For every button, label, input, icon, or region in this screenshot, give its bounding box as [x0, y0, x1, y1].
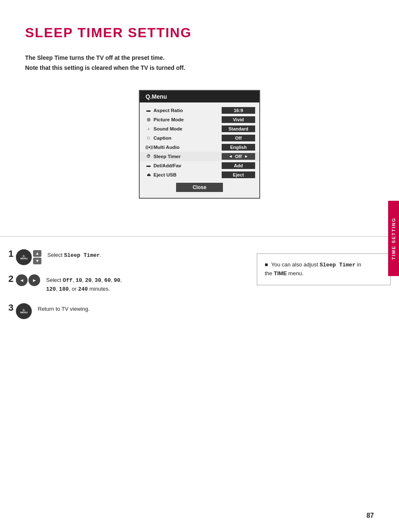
qmenu-value-del-add-fav: Add: [222, 162, 255, 169]
qmenu-value-picture-mode: Vivid: [222, 116, 255, 123]
sound-mode-icon: ♪: [146, 126, 151, 131]
left-nav-icon: ◄: [16, 274, 28, 286]
caption-icon: □: [146, 136, 151, 140]
picture-mode-icon: ◎: [146, 117, 151, 122]
qmenu-value-sound-mode: Standard: [222, 125, 255, 132]
sleep-timer-left-arrow[interactable]: ◄: [228, 154, 233, 159]
sidebar-text: TIME SETTING: [391, 217, 396, 260]
intro-text: The Sleep Time turns the TV off at the p…: [25, 53, 374, 73]
steps-left: 1 Q.MENU ▲ ▼ Select Sleep Timer.: [8, 249, 257, 329]
step-1-number-icon: 1 Q.MENU ▲ ▼: [8, 249, 41, 265]
down-arrow-icon: ▼: [33, 258, 41, 264]
qmenu-label-caption: □ Caption: [146, 136, 171, 141]
qmenu-close-button[interactable]: Close: [176, 183, 223, 192]
eject-usb-icon: ⏏: [146, 172, 151, 177]
sleep-timer-right-arrow[interactable]: ►: [244, 154, 248, 159]
up-arrow-icon: ▲: [33, 250, 41, 257]
qmenu-row-aspect-ratio[interactable]: ▬ Aspect Ratio 16:9: [140, 106, 259, 115]
multi-audio-icon: ((●)): [146, 145, 151, 149]
lr-nav-icon: ◄ ►: [16, 274, 40, 286]
qmenu-value-eject-usb: Eject: [222, 171, 255, 178]
qmenu-label-del-add-fav: ▬ Del/Add/Fav: [146, 163, 181, 168]
qmenu-label-aspect-ratio: ▬ Aspect Ratio: [146, 108, 183, 113]
step-2-icon: ◄ ►: [16, 274, 40, 286]
qmenu-body: ▬ Aspect Ratio 16:9 ◎ Picture Mode Vivid: [140, 102, 259, 198]
qmenu-container: Q.Menu ▬ Aspect Ratio 16:9 ◎ Picture Mod…: [25, 90, 374, 199]
steps-section: 1 Q.MENU ▲ ▼ Select Sleep Timer.: [0, 249, 399, 329]
section-divider: [0, 236, 399, 237]
qmenu-row-sound-mode[interactable]: ♪ Sound Mode Standard: [140, 124, 259, 133]
qmenu-row-sleep-timer[interactable]: ⏱ Sleep Timer ◄ Off ►: [140, 152, 259, 161]
step-3-number: 3: [8, 303, 13, 312]
qmenu-header: Q.Menu: [140, 91, 259, 102]
qmenu-label-picture-mode: ◎ Picture Mode: [146, 117, 184, 122]
qmenu-button-icon-3: Q.MENU: [16, 303, 32, 319]
step-3-number-icon: 3 Q.MENU: [8, 303, 32, 319]
step-2-number: 2: [8, 274, 13, 284]
step-1-text: Select Sleep Timer.: [47, 249, 101, 260]
qmenu-value-caption: Off: [222, 135, 255, 141]
step-3-text: Return to TV viewing.: [38, 303, 90, 314]
qmenu-row-multi-audio[interactable]: ((●)) Multi Audio English: [140, 143, 259, 152]
intro-line2: Note that this setting is cleared when t…: [25, 63, 374, 73]
qmenu-label-multi-audio: ((●)) Multi Audio: [146, 145, 179, 150]
step-2-text: Select Off, 10, 20, 30, 60, 90, 120, 180…: [46, 274, 122, 294]
qmenu-button-icon: Q.MENU: [16, 249, 32, 265]
page-title: SLEEP TIMER SETTING: [25, 25, 374, 41]
qmenu-row-picture-mode[interactable]: ◎ Picture Mode Vivid: [140, 115, 259, 124]
main-content: SLEEP TIMER SETTING The Sleep Time turns…: [0, 0, 399, 236]
step-2-number-icon: 2 ◄ ►: [8, 274, 40, 286]
qmenu-box: Q.Menu ▬ Aspect Ratio 16:9 ◎ Picture Mod…: [139, 90, 260, 199]
note-bullet: ■: [265, 261, 268, 268]
qmenu-row-caption[interactable]: □ Caption Off: [140, 133, 259, 143]
note-box: ■ You can also adjust Sleep Timer in the…: [257, 253, 391, 286]
qmenu-value-sleep-timer: ◄ Off ►: [222, 153, 255, 160]
sleep-timer-icon: ⏱: [146, 154, 151, 159]
step-2: 2 ◄ ► Select Off, 10, 20, 30, 60, 90, 12…: [8, 274, 244, 294]
qmenu-row-del-add-fav[interactable]: ▬ Del/Add/Fav Add: [140, 161, 259, 170]
qmenu-close-row: Close: [140, 179, 259, 194]
qmenu-row-eject-usb[interactable]: ⏏ Eject USB Eject: [140, 170, 259, 179]
qmenu-label-eject-usb: ⏏ Eject USB: [146, 172, 176, 177]
page-number: 87: [366, 512, 374, 519]
step-1-number: 1: [8, 249, 13, 258]
step-3: 3 Q.MENU Return to TV viewing.: [8, 303, 244, 319]
sidebar-label: TIME SETTING: [388, 201, 399, 276]
right-nav-icon: ►: [28, 274, 40, 286]
intro-line1: The Sleep Time turns the TV off at the p…: [25, 53, 374, 63]
qmenu-value-aspect-ratio: 16:9: [222, 107, 255, 114]
qmenu-label-sound-mode: ♪ Sound Mode: [146, 126, 182, 131]
updown-nav-icon: ▲ ▼: [33, 250, 41, 265]
step-3-icon: Q.MENU: [16, 303, 32, 319]
steps-right: ■ You can also adjust Sleep Timer in the…: [257, 249, 391, 329]
qmenu-value-multi-audio: English: [222, 144, 255, 151]
qmenu-label-sleep-timer: ⏱ Sleep Timer: [146, 154, 181, 159]
time-menu-label: TIME: [274, 270, 287, 276]
step-1-icon: Q.MENU ▲ ▼: [16, 249, 41, 265]
step-1: 1 Q.MENU ▲ ▼ Select Sleep Timer.: [8, 249, 244, 265]
aspect-ratio-icon: ▬: [146, 108, 151, 113]
del-add-fav-icon: ▬: [146, 163, 151, 168]
